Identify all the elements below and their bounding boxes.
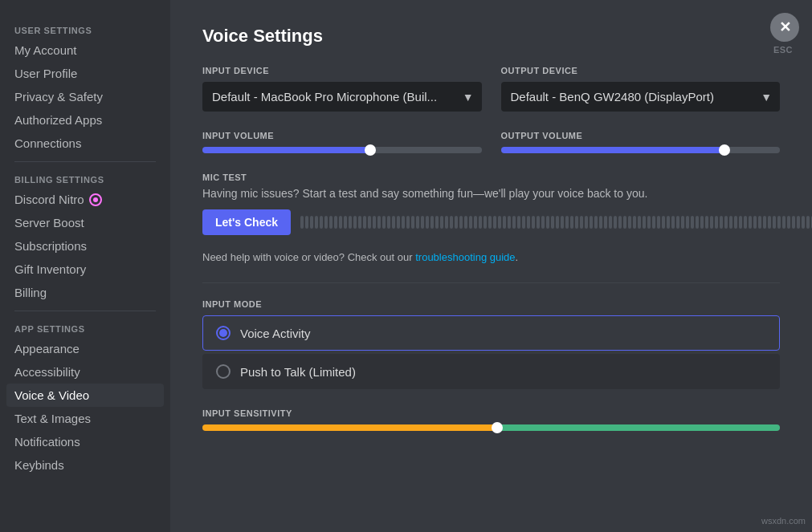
- mic-bar: [792, 216, 795, 229]
- mic-bar: [464, 216, 467, 229]
- input-sensitivity-thumb[interactable]: [492, 422, 503, 433]
- mic-bar: [777, 216, 781, 229]
- sidebar-item-label: Privacy & Safety: [14, 90, 103, 104]
- mic-bar: [633, 216, 636, 229]
- device-selects-row: INPUT DEVICE Default - MacBook Pro Micro…: [202, 66, 780, 112]
- mic-bar: [493, 216, 496, 229]
- mic-bar: [647, 216, 651, 229]
- mic-bar: [594, 216, 598, 229]
- mic-bar: [806, 216, 810, 229]
- output-volume-track[interactable]: [501, 147, 781, 153]
- page-title: Voice Settings: [202, 26, 780, 47]
- sidebar-item-accessibility[interactable]: Accessibility: [6, 360, 164, 384]
- sidebar-item-label: Discord Nitro: [14, 193, 84, 206]
- mic-bar: [484, 216, 487, 229]
- mic-bar: [455, 216, 458, 229]
- mic-bar: [652, 216, 655, 229]
- input-volume-thumb[interactable]: [365, 144, 376, 156]
- sidebar-item-my-account[interactable]: My Account: [6, 39, 164, 62]
- sidebar-item-keybinds[interactable]: Keybinds: [6, 453, 164, 477]
- sidebar-item-server-boost[interactable]: Server Boost: [6, 211, 164, 234]
- mic-bar: [705, 216, 708, 229]
- mic-bar: [561, 216, 564, 229]
- lets-check-button[interactable]: Let's Check: [202, 209, 291, 235]
- voice-activity-option[interactable]: Voice Activity: [202, 315, 780, 351]
- sidebar-item-label: Authorized Apps: [14, 113, 102, 127]
- mic-bar: [643, 216, 646, 229]
- output-device-label: OUTPUT DEVICE: [501, 66, 781, 75]
- sidebar: USER SETTINGS My Account User Profile Pr…: [0, 0, 170, 532]
- mic-bar: [710, 216, 713, 229]
- mic-bar: [315, 216, 318, 229]
- output-volume-thumb[interactable]: [719, 144, 730, 156]
- mic-bar: [517, 216, 520, 229]
- mic-bar: [310, 216, 313, 229]
- sidebar-item-authorized-apps[interactable]: Authorized Apps: [6, 108, 164, 132]
- input-device-select-wrapper: Default - MacBook Pro Microphone (Buil..…: [202, 82, 482, 112]
- mic-bar: [580, 216, 583, 229]
- mic-bar: [329, 216, 333, 229]
- mic-bar: [753, 216, 757, 229]
- mic-bar: [609, 216, 612, 229]
- input-device-label: INPUT DEVICE: [202, 66, 482, 75]
- mic-bar: [537, 216, 540, 229]
- mic-bar: [614, 216, 617, 229]
- sidebar-item-appearance[interactable]: Appearance: [6, 337, 164, 360]
- nitro-icon: [89, 193, 102, 206]
- mic-bar: [590, 216, 593, 229]
- mic-bar: [392, 216, 395, 229]
- mic-bar: [358, 216, 361, 229]
- sidebar-item-user-profile[interactable]: User Profile: [6, 62, 164, 85]
- input-device-select[interactable]: Default - MacBook Pro Microphone (Buil..…: [202, 82, 482, 112]
- mic-bar: [426, 216, 429, 229]
- output-device-select[interactable]: Default - BenQ GW2480 (DisplayPort): [501, 82, 781, 112]
- push-to-talk-option[interactable]: Push to Talk (Limited): [202, 354, 780, 389]
- mic-bar: [739, 216, 742, 229]
- mic-bar: [474, 216, 477, 229]
- sidebar-item-billing[interactable]: Billing: [6, 281, 164, 304]
- input-volume-label: INPUT VOLUME: [202, 131, 482, 140]
- esc-label: ESC: [773, 45, 793, 55]
- mic-bar: [469, 216, 472, 229]
- mic-bar: [696, 216, 699, 229]
- sidebar-item-gift-inventory[interactable]: Gift Inventory: [6, 258, 164, 281]
- sidebar-item-privacy-safety[interactable]: Privacy & Safety: [6, 85, 164, 108]
- troubleshoot-link[interactable]: troubleshooting guide: [415, 251, 515, 263]
- mic-bar: [373, 216, 376, 229]
- sidebar-item-notifications[interactable]: Notifications: [6, 430, 164, 453]
- mic-bar: [324, 216, 328, 229]
- output-volume-label: OUTPUT VOLUME: [501, 131, 781, 140]
- sidebar-item-label: User Profile: [14, 67, 77, 80]
- sidebar-item-voice-video[interactable]: Voice & Video: [6, 384, 164, 407]
- mic-bar: [662, 216, 665, 229]
- mic-bar: [758, 216, 761, 229]
- sidebar-divider-2: [14, 311, 156, 311]
- mic-bar: [724, 216, 728, 229]
- sidebar-item-label: Keybinds: [14, 458, 64, 472]
- mic-bar: [749, 216, 752, 229]
- sidebar-item-text-images[interactable]: Text & Images: [6, 407, 164, 430]
- mic-bar: [686, 216, 689, 229]
- push-to-talk-radio[interactable]: [216, 364, 231, 379]
- voice-activity-radio[interactable]: [216, 326, 231, 340]
- input-volume-track[interactable]: [202, 147, 482, 153]
- mic-bar: [339, 216, 342, 229]
- sidebar-item-discord-nitro[interactable]: Discord Nitro: [6, 188, 164, 211]
- mic-bar: [300, 216, 304, 229]
- sidebar-item-connections[interactable]: Connections: [6, 132, 164, 155]
- mic-bar: [368, 216, 371, 229]
- mic-test-row: Let's Check: [202, 209, 780, 235]
- mic-bar: [570, 216, 573, 229]
- mic-bar: [411, 216, 414, 229]
- mic-bar: [421, 216, 424, 229]
- sidebar-item-subscriptions[interactable]: Subscriptions: [6, 234, 164, 258]
- input-sensitivity-track[interactable]: [202, 424, 780, 431]
- mic-bars: [300, 213, 812, 232]
- close-button[interactable]: ✕: [770, 13, 799, 42]
- mic-bar: [450, 216, 453, 229]
- sidebar-item-label: My Account: [14, 43, 77, 57]
- mic-bar: [387, 216, 390, 229]
- mic-bar: [623, 216, 626, 229]
- mic-bar: [802, 216, 805, 229]
- mic-bar: [700, 216, 704, 229]
